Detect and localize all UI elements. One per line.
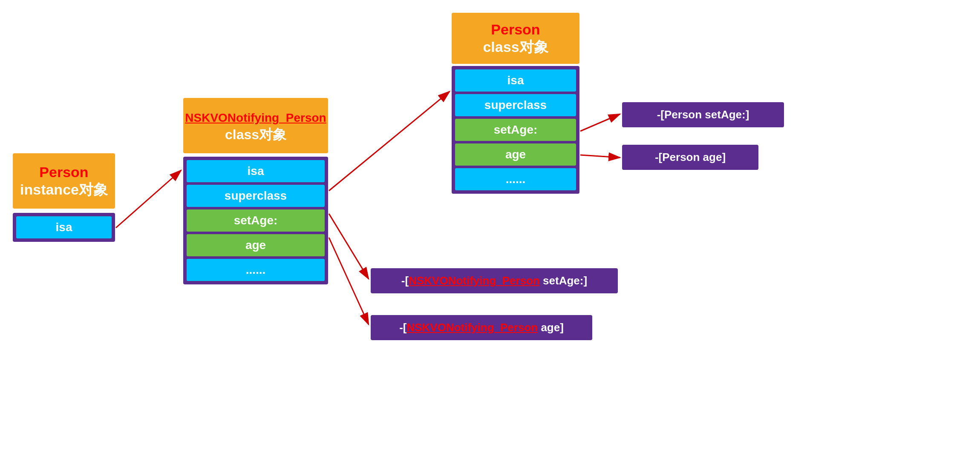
nskvo-isa: isa	[187, 160, 325, 182]
person-class-container: isa superclass setAge: age ......	[452, 66, 579, 194]
nskvo-class-container: isa superclass setAge: age ......	[183, 157, 328, 284]
svg-line-1	[116, 170, 181, 228]
svg-line-4	[329, 238, 369, 324]
person-class-title1: Person	[491, 21, 540, 37]
person-class-label: Person class对象	[452, 13, 579, 64]
nskvo-age-method: -[NSKVONotifying_Person age]	[371, 315, 592, 340]
svg-line-6	[580, 155, 620, 158]
person-class-title2: class对象	[483, 39, 548, 55]
nskvo-class-title2: class对象	[225, 127, 286, 142]
nskvo-setage-method: -[NSKVONotifying_Person setAge:]	[371, 268, 618, 293]
svg-line-5	[580, 114, 620, 131]
nskvo-class-label: NSKVONotifying_Person class对象	[183, 98, 328, 153]
person-age-method: -[Person age]	[622, 145, 758, 170]
nskvo-superclass: superclass	[187, 185, 325, 207]
person-dots: ......	[455, 168, 576, 190]
person-setage: setAge:	[455, 119, 576, 141]
nskvo-dots: ......	[187, 259, 325, 281]
svg-line-3	[329, 214, 369, 279]
person-setage-method: -[Person setAge:]	[622, 102, 784, 127]
person-instance-container: isa	[13, 213, 115, 242]
nskvo-class-title1: NSKVONotifying_Person	[185, 111, 326, 124]
nskvo-setage: setAge:	[187, 209, 325, 232]
person-instance-isa: isa	[16, 216, 112, 238]
person-instance-title1: Person	[39, 164, 88, 180]
svg-line-2	[329, 92, 450, 191]
person-instance-label: Person instance对象	[13, 153, 115, 209]
person-superclass: superclass	[455, 94, 576, 116]
nskvo-age: age	[187, 234, 325, 256]
person-instance-title2: instance对象	[20, 181, 108, 198]
person-age: age	[455, 143, 576, 166]
person-isa: isa	[455, 69, 576, 92]
